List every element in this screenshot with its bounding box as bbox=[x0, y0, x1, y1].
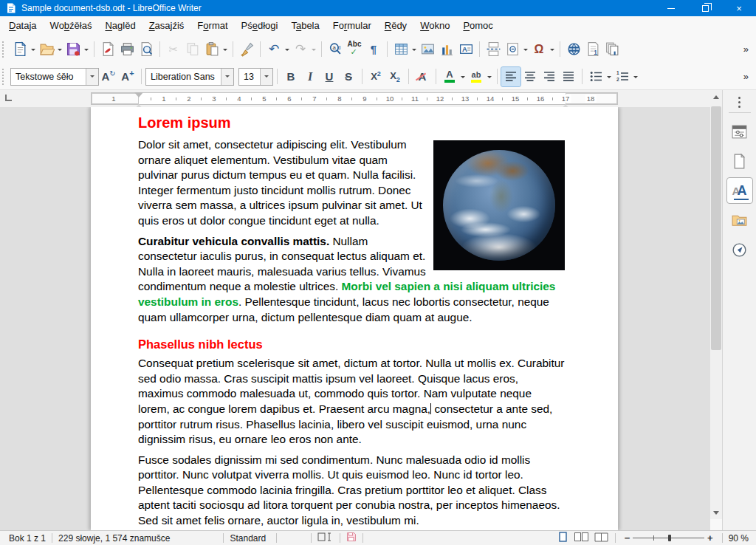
close-button[interactable]: × bbox=[722, 0, 756, 16]
insert-bookmark-button[interactable] bbox=[602, 40, 622, 59]
menu-item[interactable]: Wokno bbox=[413, 18, 456, 33]
font-color-button[interactable]: A bbox=[440, 67, 459, 86]
font-name-combo[interactable]: Liberation Sans bbox=[145, 68, 234, 86]
bullet-list-dropdown[interactable] bbox=[605, 67, 613, 86]
insert-footnote-button[interactable]: 1 bbox=[583, 40, 602, 59]
scrollbar-thumb[interactable] bbox=[711, 106, 721, 350]
zoom-level-field[interactable]: 90 % bbox=[729, 533, 749, 544]
scroll-up-button[interactable] bbox=[710, 90, 722, 103]
align-center-button[interactable] bbox=[520, 67, 540, 86]
redo-dropdown[interactable] bbox=[310, 40, 317, 59]
sidebar-page-button[interactable] bbox=[727, 148, 752, 174]
numbered-list-button[interactable]: 12 bbox=[613, 67, 632, 86]
vertical-scrollbar[interactable] bbox=[710, 90, 722, 519]
align-left-button[interactable] bbox=[501, 67, 520, 86]
clear-formatting-button[interactable]: A bbox=[413, 67, 432, 86]
zoom-in-button[interactable]: + bbox=[704, 532, 716, 544]
sidebar-settings-button[interactable] bbox=[738, 97, 740, 108]
tab-stop-selector[interactable] bbox=[5, 95, 12, 101]
menu-item[interactable]: Zasajźiś bbox=[142, 18, 191, 33]
view-layout-single-button[interactable] bbox=[557, 532, 569, 545]
highlight-color-dropdown[interactable] bbox=[486, 67, 493, 86]
word-count-field[interactable]: 229 słowje, 1 574 znamušce bbox=[58, 533, 170, 544]
bold-button[interactable]: B bbox=[281, 67, 300, 86]
open-dropdown[interactable] bbox=[56, 40, 63, 59]
insert-hyperlink-button[interactable] bbox=[564, 40, 583, 59]
sidebar-styles-button[interactable]: AA bbox=[727, 178, 752, 203]
menu-item[interactable]: Wobźěłaś bbox=[44, 18, 99, 33]
export-pdf-button[interactable] bbox=[98, 40, 117, 59]
undo-button[interactable]: ↶ bbox=[264, 40, 284, 59]
paragraph-style-dropdown[interactable] bbox=[86, 69, 98, 85]
insert-table-dropdown[interactable] bbox=[410, 40, 418, 59]
insert-textbox-button[interactable]: A bbox=[456, 40, 475, 59]
update-style-button[interactable]: A↻ bbox=[99, 67, 118, 86]
formatting-marks-button[interactable]: ¶ bbox=[364, 40, 383, 59]
document-modified-indicator[interactable] bbox=[346, 532, 357, 544]
zoom-out-button[interactable]: − bbox=[622, 532, 633, 544]
menu-item[interactable]: Tabela bbox=[284, 18, 326, 33]
highlight-color-button[interactable]: ab bbox=[467, 67, 486, 86]
new-document-dropdown[interactable] bbox=[30, 40, 37, 59]
font-name-dropdown[interactable] bbox=[221, 69, 233, 85]
font-color-dropdown[interactable] bbox=[459, 67, 467, 86]
copy-button[interactable] bbox=[183, 40, 202, 59]
cut-button[interactable]: ✂ bbox=[164, 40, 183, 59]
italic-button[interactable]: I bbox=[300, 67, 320, 86]
scroll-down-button[interactable] bbox=[710, 506, 722, 519]
document-page[interactable]: Lorem ipsum Dolor sit amet, consectetur … bbox=[91, 107, 618, 530]
bullet-list-button[interactable] bbox=[586, 67, 605, 86]
clone-formatting-button[interactable] bbox=[237, 40, 256, 59]
menu-item[interactable]: Formular bbox=[326, 18, 378, 33]
menu-item[interactable]: Pomoc bbox=[456, 18, 499, 33]
sidebar-properties-button[interactable] bbox=[727, 119, 752, 144]
insert-image-button[interactable] bbox=[418, 40, 437, 59]
menu-item[interactable]: Format bbox=[190, 18, 234, 33]
save-button[interactable] bbox=[63, 40, 83, 59]
toolbar-overflow-button[interactable]: » bbox=[740, 44, 756, 55]
insert-chart-button[interactable] bbox=[437, 40, 456, 59]
insert-special-character-button[interactable]: Ω bbox=[529, 40, 549, 59]
paragraph-style-combo[interactable]: Tekstowe śěło bbox=[10, 68, 99, 86]
restore-button[interactable] bbox=[688, 0, 722, 16]
font-size-dropdown[interactable] bbox=[260, 69, 272, 85]
underline-button[interactable]: U bbox=[320, 67, 339, 86]
spelling-button[interactable]: Abc✓ bbox=[345, 40, 364, 59]
insert-field-button[interactable] bbox=[503, 40, 522, 59]
minimize-button[interactable] bbox=[654, 0, 688, 16]
redo-button[interactable]: ↷ bbox=[291, 40, 310, 59]
zoom-slider[interactable]: − + bbox=[622, 532, 716, 544]
insert-table-button[interactable] bbox=[391, 40, 410, 59]
horizontal-ruler[interactable]: 1 123456789101112131415161718 bbox=[91, 92, 618, 105]
save-dropdown[interactable] bbox=[83, 40, 90, 59]
zoom-slider-handle[interactable] bbox=[668, 535, 671, 541]
justify-button[interactable] bbox=[559, 67, 578, 86]
view-layout-book-button[interactable] bbox=[594, 532, 609, 545]
toolbar-grip[interactable] bbox=[2, 69, 7, 85]
zoom-slider-track[interactable] bbox=[633, 533, 704, 543]
superscript-button[interactable]: X2 bbox=[366, 67, 385, 86]
new-style-button[interactable]: A+ bbox=[118, 67, 137, 86]
menu-item[interactable]: Dataja bbox=[2, 18, 44, 33]
toolbar-grip[interactable] bbox=[2, 41, 7, 58]
paste-button[interactable] bbox=[202, 40, 221, 59]
print-button[interactable] bbox=[117, 40, 137, 59]
sidebar-gallery-button[interactable] bbox=[727, 208, 752, 233]
print-preview-button[interactable] bbox=[137, 40, 156, 59]
insert-page-break-button[interactable] bbox=[484, 40, 503, 59]
paste-dropdown[interactable] bbox=[221, 40, 229, 59]
undo-dropdown[interactable] bbox=[284, 40, 291, 59]
sidebar-navigator-button[interactable] bbox=[727, 237, 752, 262]
open-button[interactable] bbox=[37, 40, 56, 59]
font-size-combo[interactable]: 13 bbox=[238, 68, 273, 86]
page-style-field[interactable]: Standard bbox=[230, 533, 266, 544]
find-replace-button[interactable]: ad bbox=[326, 40, 345, 59]
menu-item[interactable]: Naglěd bbox=[98, 18, 142, 33]
subscript-button[interactable]: X2 bbox=[385, 67, 405, 86]
earth-image[interactable] bbox=[433, 140, 565, 270]
insert-field-dropdown[interactable] bbox=[522, 40, 529, 59]
page-number-field[interactable]: Bok 1 z 1 bbox=[9, 533, 46, 544]
menu-item[interactable]: Rědy bbox=[378, 18, 413, 33]
toolbar-overflow-button[interactable]: » bbox=[740, 71, 756, 82]
numbered-list-dropdown[interactable] bbox=[632, 67, 639, 86]
